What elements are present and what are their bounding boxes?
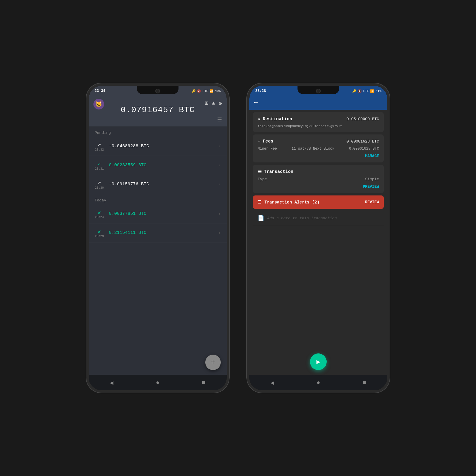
destination-address: tb1qkpagpdd8x7sxqxdkmxylmj2k0mahqqfn9g9r…	[258, 124, 379, 128]
wifi-icon[interactable]: ▲	[212, 100, 215, 106]
miner-fee-detail: 11 sat/vB Next Block	[292, 147, 334, 151]
tx-amount-5: 0.21154111 BTC	[104, 230, 218, 235]
send-icon-fab: ▶	[316, 358, 320, 366]
transaction-list: Pending ↗ 23:32 -0.04689288 BTC › ↙ 23:3…	[89, 126, 227, 375]
tx-time-4: 23:24	[95, 216, 104, 219]
avatar[interactable]: 🐱	[93, 99, 104, 109]
detail-content: ↪ Destination 0.05100000 BTC tb1qkpagpdd…	[249, 110, 387, 375]
nav-bar-1: ◀ ● ■	[89, 375, 227, 390]
nav-back-btn[interactable]: ◀	[110, 379, 113, 386]
destination-card: ↪ Destination 0.05100000 BTC tb1qkpagpdd…	[253, 112, 384, 132]
settings-icon[interactable]: ⚙	[219, 100, 222, 107]
tx-time-5: 23:23	[95, 235, 104, 238]
type-label: Type	[258, 177, 267, 181]
miner-fee-row: Miner Fee 11 sat/vB Next Block 0.0000162…	[258, 147, 379, 151]
tx-icon-out-3: ↗ 23:30	[95, 179, 104, 190]
balance-amount: 0.07916457 BTC	[120, 105, 195, 115]
chevron-icon-3: ›	[218, 182, 221, 187]
nav-recent-btn[interactable]: ■	[202, 379, 206, 386]
back-button[interactable]: ←	[254, 99, 258, 106]
nav-home-btn-2[interactable]: ●	[317, 379, 320, 386]
section-pending: Pending	[89, 126, 227, 137]
nav-bar-2: ◀ ● ■	[249, 375, 387, 390]
alerts-label: Transaction Alerts (2)	[264, 200, 320, 205]
key-icon-2: 🔑	[352, 89, 356, 93]
miner-fee-label: Miner Fee	[258, 147, 277, 151]
send-icon-card: ↪	[258, 116, 260, 122]
tx-list-icon: ☰	[258, 169, 262, 175]
tx-item-pending-2[interactable]: ↙ 23:31 0.00233559 BTC ›	[89, 156, 227, 175]
chevron-icon-5: ›	[218, 231, 221, 235]
table-view-icon[interactable]: ☰	[217, 116, 222, 123]
add-fab[interactable]: +	[205, 355, 221, 370]
mute-icon-2: 🔇	[358, 89, 362, 93]
arrow-out-icon-3: ↗	[98, 179, 101, 186]
tx-icon-in-4: ↙ 23:24	[95, 209, 104, 219]
mute-icon: 🔇	[197, 89, 201, 93]
signal-icon-2: 📶	[370, 89, 374, 93]
note-placeholder[interactable]: Add a note to this transaction	[267, 216, 337, 220]
header-icons: ⊞ ▲ ⚙	[205, 99, 222, 107]
note-icon: 📄	[258, 215, 264, 221]
tx-amount-3: -0.09159776 BTC	[104, 182, 218, 187]
manage-button[interactable]: MANAGE	[258, 154, 379, 158]
tx-time-1: 23:32	[95, 148, 104, 151]
alerts-card[interactable]: ☰ Transaction Alerts (2) REVIEW	[253, 195, 384, 209]
tx-item-pending-1[interactable]: ↗ 23:32 -0.04689288 BTC ›	[89, 137, 227, 156]
destination-amount: 0.05100000 BTC	[347, 117, 379, 121]
review-button[interactable]: REVIEW	[365, 200, 379, 204]
tx-amount-4: 0.00377851 BTC	[104, 211, 218, 216]
nav-back-btn-2[interactable]: ◀	[270, 379, 274, 386]
type-row: Type Simple	[258, 177, 379, 181]
qr-icon[interactable]: ⊞	[205, 99, 208, 107]
status-icons-2: 🔑 🔇 LTE 📶 41%	[352, 89, 381, 93]
note-card[interactable]: 📄 Add a note to this transaction	[253, 211, 384, 225]
transaction-title: ☰ Transaction	[258, 169, 293, 175]
battery-text-2: 41%	[375, 89, 381, 93]
tx-amount-1: -0.04689288 BTC	[104, 144, 218, 149]
fees-header: ⇒ Fees 0.00001628 BTC	[258, 139, 379, 144]
status-time-1: 23:34	[95, 89, 105, 93]
tx-item-today-1[interactable]: ↙ 23:24 0.00377851 BTC ›	[89, 204, 227, 223]
fees-card: ⇒ Fees 0.00001628 BTC Miner Fee 11 sat/v…	[253, 134, 384, 162]
send-fab[interactable]: ▶	[310, 353, 327, 370]
detail-header: ←	[249, 96, 387, 110]
alerts-left: ☰ Transaction Alerts (2)	[258, 200, 320, 205]
transaction-header: ☰ Transaction	[258, 169, 379, 175]
section-today: Today	[89, 194, 227, 204]
chevron-icon-1: ›	[218, 144, 221, 149]
phone-1: 23:34 🔑 🔇 LTE 📶 40% 🐱 ⊞ ▲ ⚙ 0.07916457 B…	[86, 83, 229, 393]
arrow-in-icon-5: ↙	[98, 228, 101, 234]
tx-time-2: 23:31	[95, 167, 104, 170]
transaction-card: ☰ Transaction Type Simple PREVIEW	[253, 165, 384, 193]
key-icon: 🔑	[192, 89, 196, 93]
tx-item-today-2[interactable]: ↙ 23:23 0.21154111 BTC ›	[89, 223, 227, 242]
balance-header: 🐱 ⊞ ▲ ⚙ 0.07916457 BTC ☰	[89, 96, 227, 126]
destination-title: ↪ Destination	[258, 116, 292, 122]
chevron-icon-2: ›	[218, 163, 221, 168]
lte-text: LTE	[202, 89, 208, 93]
nav-home-btn[interactable]: ●	[156, 379, 159, 386]
alerts-icon: ☰	[258, 200, 262, 205]
destination-header: ↪ Destination 0.05100000 BTC	[258, 116, 379, 122]
miner-fee-amount: 0.00001628 BTC	[349, 147, 379, 151]
tx-time-3: 23:30	[95, 186, 104, 190]
tx-icon-in-5: ↙ 23:23	[95, 228, 104, 238]
arrow-in-icon-4: ↙	[98, 209, 101, 215]
preview-button[interactable]: PREVIEW	[258, 184, 379, 189]
nav-recent-btn-2[interactable]: ■	[363, 379, 366, 386]
tx-amount-2: 0.00233559 BTC	[104, 163, 218, 168]
tx-item-pending-3[interactable]: ↗ 23:30 -0.09159776 BTC ›	[89, 175, 227, 194]
chevron-icon-4: ›	[218, 212, 221, 216]
lte-text-2: LTE	[363, 89, 369, 93]
fees-icon: ⇒	[258, 139, 260, 144]
tx-icon-in-2: ↙ 23:31	[95, 160, 104, 170]
phone-2: 23:28 🔑 🔇 LTE 📶 41% ← ↪ Destination	[247, 83, 390, 393]
type-value: Simple	[365, 177, 379, 181]
status-icons-1: 🔑 🔇 LTE 📶 40%	[192, 89, 221, 93]
status-time-2: 23:28	[255, 89, 266, 93]
camera-notch-2	[316, 89, 321, 93]
tx-icon-out-1: ↗ 23:32	[95, 141, 104, 151]
battery-text: 40%	[215, 89, 221, 93]
fees-title: ⇒ Fees	[258, 139, 273, 144]
